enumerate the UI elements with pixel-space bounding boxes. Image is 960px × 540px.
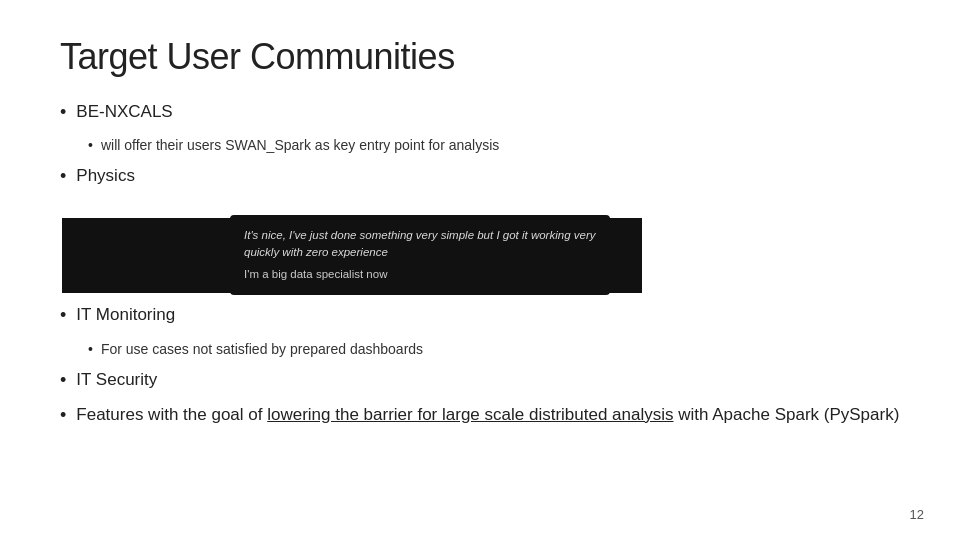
slide-title: Target User Communities <box>60 36 900 78</box>
bullet-dot: • <box>60 100 66 125</box>
bullet-features: • Features with the goal of lowering the… <box>60 403 900 428</box>
bullet-it-monitoring: • IT Monitoring • For use cases not sati… <box>60 303 900 359</box>
bullet-dot-security: • <box>60 368 66 393</box>
sub-bullet-dot: • <box>88 135 93 156</box>
bullet-label-security: IT Security <box>76 368 157 392</box>
bullet-label-be-nxcals: BE-NXCALS <box>76 100 172 124</box>
bullet-label-physics: Physics <box>76 164 135 188</box>
slide-container: Target User Communities • BE-NXCALS • wi… <box>0 0 960 540</box>
bullet-be-nxcals: • BE-NXCALS • will offer their users SWA… <box>60 100 900 156</box>
bullet-label-monitoring: IT Monitoring <box>76 303 175 327</box>
bullet-dot-monitoring: • <box>60 303 66 328</box>
underline-text-features: lowering the barrier for large scale dis… <box>267 405 673 424</box>
bullet-label-features: Features with the goal of lowering the b… <box>76 403 899 427</box>
tooltip-attribution: I'm a big data specialist now <box>244 266 596 283</box>
page-number: 12 <box>910 507 924 522</box>
sub-bullet-text-nxcals-1: will offer their users SWAN_Spark as key… <box>101 135 499 156</box>
tooltip-quote: It's nice, I've just done something very… <box>244 227 596 262</box>
tooltip-overlay: It's nice, I've just done something very… <box>230 215 610 295</box>
bullet-dot-features: • <box>60 403 66 428</box>
sub-bullet-monitoring-1: For use cases not satisfied by prepared … <box>101 339 423 360</box>
bullet-it-security: • IT Security <box>60 368 900 393</box>
bullet-dot-physics: • <box>60 164 66 189</box>
